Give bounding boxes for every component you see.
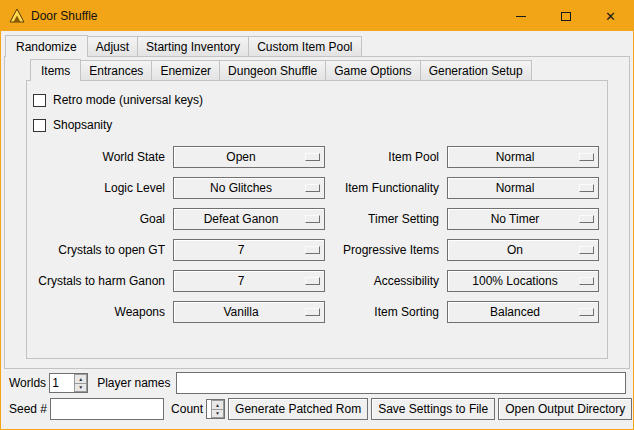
dropdown-value: Vanilla (223, 305, 258, 319)
spin-up-button[interactable]: ▲ (211, 400, 224, 410)
goal-dropdown[interactable]: Defeat Ganon (173, 208, 325, 230)
tab-dungeon-shuffle[interactable]: Dungeon Shuffle (219, 60, 326, 81)
seed-label: Seed # (9, 402, 47, 416)
world-state-label: World State (33, 150, 165, 164)
dropdown-indicator-icon (305, 184, 320, 192)
window: Door Shuffle ✕ Randomize Adjust Starting… (0, 0, 634, 430)
item-sorting-dropdown[interactable]: Balanced (447, 301, 599, 323)
count-spinner-buttons: ▲ ▼ (211, 400, 224, 418)
tab-custom-item-pool[interactable]: Custom Item Pool (248, 36, 361, 57)
dropdown-value: Normal (496, 150, 535, 164)
worlds-spinner: ▲ ▼ (49, 373, 88, 393)
spin-down-button[interactable]: ▼ (74, 384, 87, 393)
seed-row: Seed # Count ▲ ▼ Generate Patched Rom Sa… (9, 398, 626, 420)
dropdown-indicator-icon (305, 153, 320, 161)
item-pool-label: Item Pool (333, 150, 439, 164)
settings-grid: World State Open Item Pool Normal Logic … (33, 146, 601, 323)
spin-up-button[interactable]: ▲ (74, 374, 87, 384)
seed-input[interactable] (50, 398, 164, 420)
crystals-ganon-dropdown[interactable]: 7 (173, 270, 325, 292)
item-sorting-label: Item Sorting (333, 305, 439, 319)
dropdown-value: No Timer (491, 212, 540, 226)
tab-starting-inventory[interactable]: Starting Inventory (137, 36, 249, 57)
tab-adjust[interactable]: Adjust (87, 36, 138, 57)
spin-down-icon: ▼ (78, 384, 83, 390)
dropdown-indicator-icon (579, 215, 594, 223)
primary-tab-bar: Randomize Adjust Starting Inventory Cust… (5, 35, 362, 57)
world-state-dropdown[interactable]: Open (173, 146, 325, 168)
spin-up-icon: ▲ (215, 402, 220, 408)
goal-label: Goal (33, 212, 165, 226)
items-tab-panel: Retro mode (universal keys) Shopsanity W… (26, 80, 608, 359)
titlebar: Door Shuffle ✕ (1, 1, 633, 31)
count-spinner: ▲ ▼ (206, 399, 225, 419)
dropdown-indicator-icon (579, 277, 594, 285)
dropdown-value: 7 (238, 274, 245, 288)
open-output-button[interactable]: Open Output Directory (498, 398, 632, 420)
player-names-input[interactable] (176, 372, 627, 394)
minimize-button[interactable] (498, 1, 543, 31)
close-button[interactable]: ✕ (588, 1, 633, 31)
player-names-label: Player names (97, 376, 170, 390)
crystals-ganon-label: Crystals to harm Ganon (33, 274, 165, 288)
dropdown-value: No Glitches (210, 181, 272, 195)
weapons-dropdown[interactable]: Vanilla (173, 301, 325, 323)
dropdown-value: Balanced (490, 305, 540, 319)
minimize-icon (516, 16, 526, 17)
checkbox-box-icon (33, 94, 46, 107)
close-icon: ✕ (605, 10, 616, 23)
dropdown-value: Normal (496, 181, 535, 195)
maximize-button[interactable] (543, 1, 588, 31)
logic-level-dropdown[interactable]: No Glitches (173, 177, 325, 199)
worlds-label: Worlds (9, 376, 46, 390)
item-pool-dropdown[interactable]: Normal (447, 146, 599, 168)
caption-buttons: ✕ (498, 1, 633, 31)
accessibility-label: Accessibility (333, 274, 439, 288)
timer-setting-label: Timer Setting (333, 212, 439, 226)
window-title: Door Shuffle (31, 9, 98, 23)
item-functionality-label: Item Functionality (333, 181, 439, 195)
retro-mode-label: Retro mode (universal keys) (53, 93, 203, 107)
timer-setting-dropdown[interactable]: No Timer (447, 208, 599, 230)
dropdown-indicator-icon (579, 153, 594, 161)
dropdown-indicator-icon (579, 184, 594, 192)
worlds-input[interactable] (50, 374, 74, 392)
generate-button[interactable]: Generate Patched Rom (228, 398, 368, 420)
crystals-gt-label: Crystals to open GT (33, 243, 165, 257)
app-icon (9, 8, 25, 24)
save-settings-button[interactable]: Save Settings to File (371, 398, 495, 420)
worlds-row: Worlds ▲ ▼ Player names (9, 372, 626, 394)
shopsanity-checkbox[interactable]: Shopsanity (33, 115, 601, 135)
dropdown-indicator-icon (305, 246, 320, 254)
dropdown-indicator-icon (579, 246, 594, 254)
tab-items[interactable]: Items (30, 59, 81, 81)
logic-level-label: Logic Level (33, 181, 165, 195)
tab-enemizer[interactable]: Enemizer (151, 60, 220, 81)
progressive-items-label: Progressive Items (333, 243, 439, 257)
tab-entrances[interactable]: Entrances (80, 60, 152, 81)
secondary-tab-bar: Items Entrances Enemizer Dungeon Shuffle… (30, 59, 532, 81)
tab-generation-setup[interactable]: Generation Setup (420, 60, 532, 81)
count-label: Count (171, 402, 203, 416)
worlds-spinner-buttons: ▲ ▼ (74, 374, 87, 392)
spin-down-button[interactable]: ▼ (211, 410, 224, 419)
spin-up-icon: ▲ (78, 376, 83, 382)
dropdown-indicator-icon (305, 215, 320, 223)
tab-game-options[interactable]: Game Options (325, 60, 420, 81)
progressive-items-dropdown[interactable]: On (447, 239, 599, 261)
dropdown-value: Open (226, 150, 255, 164)
shopsanity-label: Shopsanity (53, 118, 112, 132)
dropdown-value: 7 (238, 243, 245, 257)
item-functionality-dropdown[interactable]: Normal (447, 177, 599, 199)
crystals-gt-dropdown[interactable]: 7 (173, 239, 325, 261)
accessibility-dropdown[interactable]: 100% Locations (447, 270, 599, 292)
dropdown-indicator-icon (305, 308, 320, 316)
tab-randomize[interactable]: Randomize (5, 35, 88, 57)
checkbox-box-icon (33, 119, 46, 132)
weapons-label: Weapons (33, 305, 165, 319)
retro-mode-checkbox[interactable]: Retro mode (universal keys) (33, 90, 601, 110)
dropdown-indicator-icon (305, 277, 320, 285)
dropdown-value: Defeat Ganon (204, 212, 279, 226)
dropdown-value: 100% Locations (472, 274, 557, 288)
dropdown-value: On (507, 243, 523, 257)
